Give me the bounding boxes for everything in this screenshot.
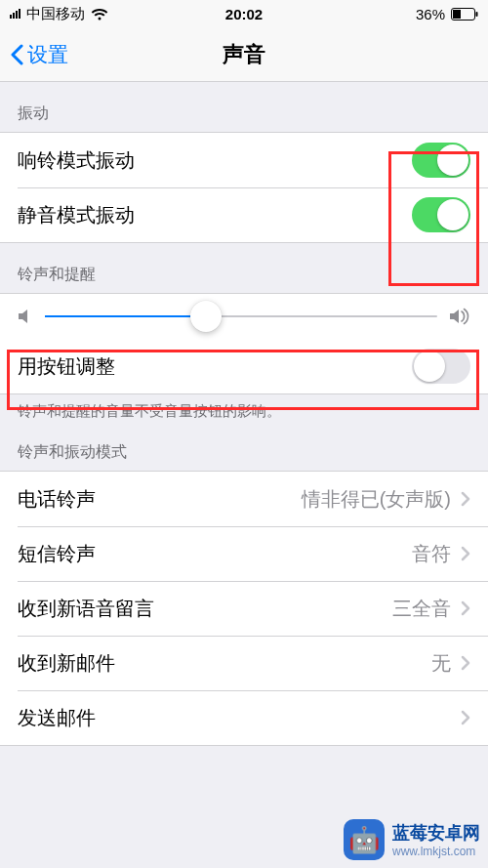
back-label: 设置 (27, 41, 68, 68)
ringtone-value: 情非得已(女声版) (302, 486, 451, 513)
text-tone-value: 音符 (412, 541, 451, 567)
chevron-right-icon (461, 710, 470, 725)
cell-vibrate-on-silent: 静音模式振动 (0, 187, 488, 242)
cell-change-with-buttons: 用按钮调整 (0, 339, 488, 393)
volume-low-icon (18, 308, 33, 325)
cell-ringer-volume (0, 294, 488, 339)
watermark-title: 蓝莓安卓网 (392, 821, 480, 845)
chevron-right-icon (461, 600, 470, 616)
chevron-left-icon (10, 44, 23, 65)
cell-ringtone[interactable]: 电话铃声 情非得已(女声版) (0, 472, 488, 526)
cell-vibrate-on-ring: 响铃模式振动 (0, 133, 488, 187)
status-time: 20:02 (0, 6, 488, 22)
cell-sent-mail[interactable]: 发送邮件 (0, 690, 488, 745)
back-button[interactable]: 设置 (10, 41, 68, 68)
chevron-right-icon (461, 546, 470, 561)
status-bar: 中国移动 20:02 36% (0, 0, 488, 27)
patterns-group: 电话铃声 情非得已(女声版) 短信铃声 音符 收到新语音留言 三全音 收到新邮件… (0, 471, 488, 746)
ringer-volume-slider[interactable] (45, 315, 437, 317)
vibrate-on-silent-switch[interactable] (412, 197, 470, 232)
section-header-ringer: 铃声和提醒 (0, 243, 488, 293)
vibrate-on-ring-switch[interactable] (412, 143, 470, 178)
nav-bar: 设置 声音 (0, 27, 488, 82)
chevron-right-icon (461, 491, 470, 507)
ringer-group: 用按钮调整 (0, 293, 488, 394)
ringtone-label: 电话铃声 (18, 486, 302, 513)
volume-high-icon (449, 308, 470, 325)
section-header-patterns: 铃声和振动模式 (0, 421, 488, 471)
new-voicemail-label: 收到新语音留言 (18, 596, 392, 622)
ringer-footer: 铃声和提醒的音量不受音量按钮的影响。 (0, 394, 488, 421)
cell-text-tone[interactable]: 短信铃声 音符 (0, 526, 488, 581)
vibration-group: 响铃模式振动 静音模式振动 (0, 132, 488, 243)
watermark-url: www.lmkjst.com (392, 845, 480, 858)
sent-mail-label: 发送邮件 (18, 705, 451, 731)
new-mail-value: 无 (431, 650, 451, 677)
content-scroll[interactable]: 振动 响铃模式振动 静音模式振动 铃声和提醒 用按钮调整 铃声和提醒的音量不受音… (0, 82, 488, 868)
new-voicemail-value: 三全音 (392, 596, 451, 622)
watermark-logo-icon: 🤖 (344, 819, 385, 860)
section-header-vibration: 振动 (0, 82, 488, 132)
change-with-buttons-switch[interactable] (412, 349, 470, 384)
change-with-buttons-label: 用按钮调整 (18, 353, 412, 380)
vibrate-on-silent-label: 静音模式振动 (18, 202, 412, 228)
chevron-right-icon (461, 655, 470, 671)
vibrate-on-ring-label: 响铃模式振动 (18, 147, 412, 174)
new-mail-label: 收到新邮件 (18, 650, 431, 677)
page-title: 声音 (0, 40, 488, 69)
text-tone-label: 短信铃声 (18, 541, 412, 567)
cell-new-mail[interactable]: 收到新邮件 无 (0, 636, 488, 690)
cell-new-voicemail[interactable]: 收到新语音留言 三全音 (0, 581, 488, 636)
watermark: 🤖 蓝莓安卓网 www.lmkjst.com (344, 819, 480, 860)
